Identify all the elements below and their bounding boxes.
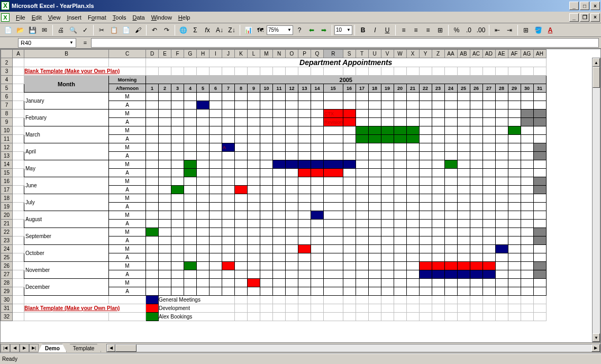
day-cell[interactable] [406, 228, 419, 236]
day-cell[interactable] [508, 152, 521, 160]
day-cell[interactable] [521, 118, 533, 126]
day-cell[interactable] [159, 126, 171, 135]
day-cell[interactable] [508, 228, 521, 236]
day-cell[interactable] [406, 194, 419, 203]
day-cell[interactable] [521, 287, 533, 296]
day-cell[interactable] [457, 169, 470, 177]
day-cell[interactable] [432, 110, 444, 118]
day-cell[interactable] [356, 270, 368, 279]
day-cell[interactable] [260, 186, 273, 194]
day-cell[interactable] [406, 253, 419, 262]
day-cell[interactable] [171, 253, 184, 262]
day-cell[interactable] [210, 152, 222, 160]
day-cell[interactable] [159, 186, 171, 194]
day-cell[interactable] [470, 177, 482, 186]
day-cell[interactable] [222, 101, 235, 110]
day-cell[interactable] [457, 262, 470, 270]
day-cell[interactable] [432, 262, 444, 270]
day-cell[interactable] [171, 186, 184, 194]
day-cell[interactable] [457, 228, 470, 236]
day-cell[interactable] [171, 287, 184, 296]
day-cell[interactable] [368, 228, 381, 236]
fill-color-icon[interactable]: 🪣 [532, 24, 544, 36]
day-cell[interactable] [470, 203, 482, 211]
day-cell[interactable] [311, 287, 324, 296]
day-cell[interactable] [356, 177, 368, 186]
day-cell[interactable] [235, 253, 248, 262]
day-cell[interactable] [343, 262, 356, 270]
day-cell[interactable] [482, 186, 495, 194]
day-cell[interactable] [508, 287, 521, 296]
day-cell[interactable] [311, 177, 324, 186]
day-cell[interactable] [210, 279, 222, 287]
row-header-16[interactable]: 16 [1, 177, 13, 186]
day-cell[interactable] [248, 126, 260, 135]
day-cell[interactable] [298, 270, 311, 279]
day-cell[interactable] [368, 270, 381, 279]
day-cell[interactable] [356, 220, 368, 228]
day-cell[interactable] [521, 186, 533, 194]
day-cell[interactable] [197, 126, 210, 135]
day-cell[interactable] [406, 245, 419, 253]
day-cell[interactable] [533, 245, 546, 253]
day-cell[interactable] [508, 279, 521, 287]
day-cell[interactable] [419, 245, 432, 253]
day-cell[interactable] [495, 279, 508, 287]
day-cell[interactable] [273, 143, 286, 152]
day-cell[interactable] [260, 287, 273, 296]
day-cell[interactable] [311, 160, 324, 169]
day-cell[interactable] [146, 253, 159, 262]
map-icon[interactable]: 🗺 [254, 24, 266, 36]
day-cell[interactable] [432, 245, 444, 253]
day-cell[interactable] [260, 152, 273, 160]
day-cell[interactable] [171, 152, 184, 160]
day-cell[interactable] [197, 203, 210, 211]
day-cell[interactable] [406, 110, 419, 118]
day-cell[interactable] [197, 211, 210, 220]
day-cell[interactable] [324, 245, 343, 253]
day-cell[interactable] [419, 253, 432, 262]
day-cell[interactable] [235, 177, 248, 186]
day-cell[interactable] [171, 126, 184, 135]
row-header-4[interactable]: 4 [1, 76, 13, 84]
day-cell[interactable] [457, 110, 470, 118]
day-cell[interactable] [248, 220, 260, 228]
col-header-AA[interactable]: AA [444, 50, 457, 58]
day-cell[interactable] [495, 211, 508, 220]
day-cell[interactable] [444, 236, 457, 245]
day-cell[interactable] [533, 262, 546, 270]
day-cell[interactable] [324, 228, 343, 236]
day-cell[interactable] [210, 220, 222, 228]
day-cell[interactable] [457, 143, 470, 152]
day-cell[interactable] [248, 279, 260, 287]
horizontal-scrollbar[interactable]: ◀ ▶ [106, 344, 600, 352]
day-cell[interactable] [260, 211, 273, 220]
col-header-V[interactable]: V [381, 50, 394, 58]
day-cell[interactable] [394, 220, 406, 228]
day-cell[interactable] [273, 262, 286, 270]
day-cell[interactable] [521, 177, 533, 186]
zoom-dropdown[interactable]: 75%▼ [267, 25, 293, 35]
day-cell[interactable] [482, 110, 495, 118]
open-icon[interactable]: 📂 [14, 24, 26, 36]
day-cell[interactable] [298, 262, 311, 270]
day-cell[interactable] [298, 152, 311, 160]
day-cell[interactable] [343, 177, 356, 186]
day-cell[interactable] [298, 245, 311, 253]
day-cell[interactable] [324, 194, 343, 203]
day-cell[interactable] [495, 126, 508, 135]
day-cell[interactable] [184, 177, 197, 186]
day-cell[interactable] [432, 287, 444, 296]
day-cell[interactable] [533, 203, 546, 211]
day-cell[interactable] [381, 101, 394, 110]
day-cell[interactable] [508, 110, 521, 118]
day-cell[interactable] [521, 228, 533, 236]
font-color-icon[interactable]: A [544, 24, 556, 36]
day-cell[interactable] [470, 143, 482, 152]
day-cell[interactable] [343, 160, 356, 169]
day-cell[interactable] [356, 135, 368, 143]
day-cell[interactable] [368, 160, 381, 169]
percent-icon[interactable]: % [451, 24, 462, 36]
day-cell[interactable] [210, 236, 222, 245]
day-cell[interactable] [184, 101, 197, 110]
